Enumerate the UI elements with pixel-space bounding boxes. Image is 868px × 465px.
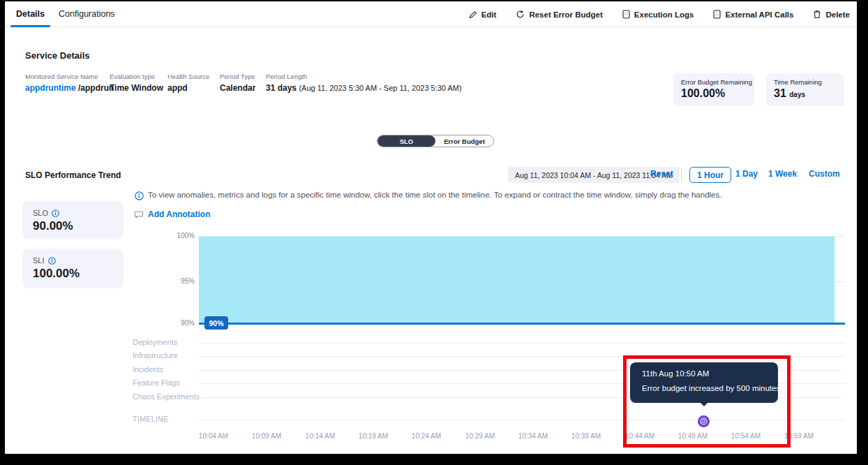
slo-target-line bbox=[199, 323, 845, 325]
delete-label: Delete bbox=[825, 10, 850, 19]
timeline-line[interactable] bbox=[199, 420, 845, 420]
slo-card-label: SLO bbox=[33, 209, 48, 217]
slo-info-icon[interactable] bbox=[52, 209, 59, 217]
annotation-tooltip: 11th Aug 10:50 AM Error budget increased… bbox=[630, 362, 778, 403]
toggle-slo[interactable]: SLO bbox=[377, 135, 435, 147]
xtick: 10:14 AM bbox=[306, 432, 335, 440]
add-annotation-label: Add Annotation bbox=[148, 209, 211, 219]
reset-link[interactable]: Reset bbox=[650, 169, 673, 179]
document-icon bbox=[622, 10, 630, 19]
service-details-title: Service Details bbox=[25, 50, 90, 61]
lane-infrastructure: Infrastructure bbox=[133, 351, 178, 360]
annotation-marker-icon bbox=[700, 418, 708, 425]
lane-chaos-experiments: Chaos Experiments bbox=[133, 392, 200, 401]
info-text: To view anomalies, metrics and logs for … bbox=[148, 191, 721, 199]
tooltip-message: Error budget increased by 500 minutes bbox=[642, 385, 778, 393]
xtick: 10:49 AM bbox=[678, 432, 708, 440]
tab-details-label: Details bbox=[16, 9, 45, 19]
lane-deployments: Deployments bbox=[133, 338, 177, 346]
range-1week-button[interactable]: 1 Week bbox=[768, 169, 797, 179]
field-evaluation-type: Evaluation type Time Window bbox=[110, 73, 163, 93]
field-label: Health Source bbox=[167, 73, 209, 80]
top-tab-bar: Details Configurations Edit Reset Error … bbox=[5, 1, 857, 27]
pencil-icon bbox=[469, 10, 477, 19]
annotation-marker[interactable] bbox=[698, 415, 710, 427]
field-value: appd bbox=[167, 83, 209, 93]
tab-configurations[interactable]: Configurations bbox=[52, 1, 122, 27]
field-label: Period Length bbox=[266, 73, 462, 80]
external-api-calls-label: External API Calls bbox=[725, 10, 793, 19]
lane-line bbox=[199, 356, 845, 357]
api-document-icon bbox=[713, 10, 721, 19]
time-remaining-card: Time Remaining 31 days bbox=[766, 73, 844, 106]
slo-target-badge: 90% bbox=[204, 316, 228, 330]
xtick: 10:59 AM bbox=[784, 432, 814, 440]
toggle-error-budget[interactable]: Error Budget bbox=[435, 135, 493, 147]
xtick: 10:24 AM bbox=[412, 432, 441, 440]
info-banner: To view anomalies, metrics and logs for … bbox=[135, 191, 721, 200]
tab-configurations-label: Configurations bbox=[59, 9, 115, 19]
lane-feature-flags: Feature Flags bbox=[133, 378, 180, 387]
reset-error-budget-button[interactable]: Reset Error Budget bbox=[516, 10, 602, 19]
speech-bubble-icon bbox=[134, 210, 144, 219]
edit-label: Edit bbox=[481, 10, 497, 19]
ytick-95: 95% bbox=[164, 277, 195, 285]
reset-error-budget-label: Reset Error Budget bbox=[529, 10, 602, 19]
field-label: Evaluation type bbox=[110, 73, 163, 80]
time-remaining-label: Time Remaining bbox=[774, 78, 837, 86]
field-label: Period Type bbox=[220, 73, 255, 80]
field-period-length: Period Length 31 days (Aug 11, 2023 5:30… bbox=[266, 73, 462, 93]
sli-card: SLI 100.00% bbox=[22, 249, 124, 288]
xtick: 10:44 AM bbox=[625, 432, 654, 440]
period-range: (Aug 11, 2023 5:30 AM - Sep 11, 2023 5:3… bbox=[299, 84, 461, 92]
external-api-calls-button[interactable]: External API Calls bbox=[713, 10, 793, 19]
tab-details[interactable]: Details bbox=[9, 1, 52, 27]
xtick: 10:19 AM bbox=[359, 432, 388, 440]
trash-icon bbox=[813, 10, 821, 19]
error-budget-remaining-card: Error Budget Remaining 100.00% bbox=[673, 73, 754, 106]
xtick: 10:34 AM bbox=[518, 432, 548, 440]
tooltip-timestamp: 11th Aug 10:50 AM bbox=[642, 370, 778, 378]
main-page: Details Configurations Edit Reset Error … bbox=[5, 1, 857, 454]
xtick: 10:29 AM bbox=[465, 432, 495, 440]
edit-button[interactable]: Edit bbox=[469, 10, 497, 19]
execution-logs-label: Execution Logs bbox=[634, 10, 694, 19]
execution-logs-button[interactable]: Execution Logs bbox=[622, 10, 694, 19]
header-actions: Edit Reset Error Budget Execution Logs E… bbox=[469, 1, 850, 27]
sli-card-label: SLI bbox=[33, 256, 45, 265]
reset-icon bbox=[516, 10, 525, 19]
range-custom-button[interactable]: Custom bbox=[809, 169, 840, 179]
monitored-service-link[interactable]: appdruntime bbox=[25, 83, 76, 93]
timeline-label: TIMELINE bbox=[133, 415, 169, 423]
sli-card-value: 100.00% bbox=[33, 267, 113, 281]
lane-line bbox=[199, 343, 845, 344]
time-remaining-unit: days bbox=[789, 91, 805, 98]
field-monitored-service: Monitored Service Name appdruntime //app… bbox=[25, 73, 114, 93]
slo-card: SLO 90.00% bbox=[22, 201, 124, 239]
sli-area-series bbox=[199, 237, 835, 323]
error-budget-remaining-label: Error Budget Remaining bbox=[681, 78, 747, 86]
delete-button[interactable]: Delete bbox=[813, 10, 850, 19]
xtick: 10:04 AM bbox=[199, 432, 228, 440]
sli-info-icon[interactable] bbox=[48, 257, 56, 265]
field-health-source: Health Source appd bbox=[167, 73, 209, 93]
field-label: Monitored Service Name bbox=[25, 73, 114, 80]
lane-incidents: Incidents bbox=[133, 365, 163, 374]
slo-card-value: 90.00% bbox=[33, 219, 113, 233]
ytick-90: 90% bbox=[164, 319, 195, 327]
field-value: Calendar bbox=[220, 83, 255, 93]
time-remaining-value: 31 bbox=[774, 87, 786, 99]
info-icon bbox=[135, 191, 144, 200]
ytick-100: 100% bbox=[164, 232, 195, 239]
range-1hour-button[interactable]: 1 Hour bbox=[689, 167, 731, 183]
field-period-type: Period Type Calendar bbox=[220, 73, 255, 93]
xtick: 10:54 AM bbox=[731, 432, 761, 440]
trend-title: SLO Performance Trend bbox=[25, 170, 121, 180]
xtick: 10:39 AM bbox=[571, 432, 601, 440]
add-annotation-button[interactable]: Add Annotation bbox=[134, 209, 211, 219]
field-value: Time Window bbox=[110, 83, 163, 93]
range-1day-button[interactable]: 1 Day bbox=[735, 169, 758, 179]
period-duration: 31 days bbox=[266, 83, 297, 93]
error-budget-remaining-value: 100.00% bbox=[681, 87, 747, 100]
range-divider bbox=[681, 168, 682, 182]
